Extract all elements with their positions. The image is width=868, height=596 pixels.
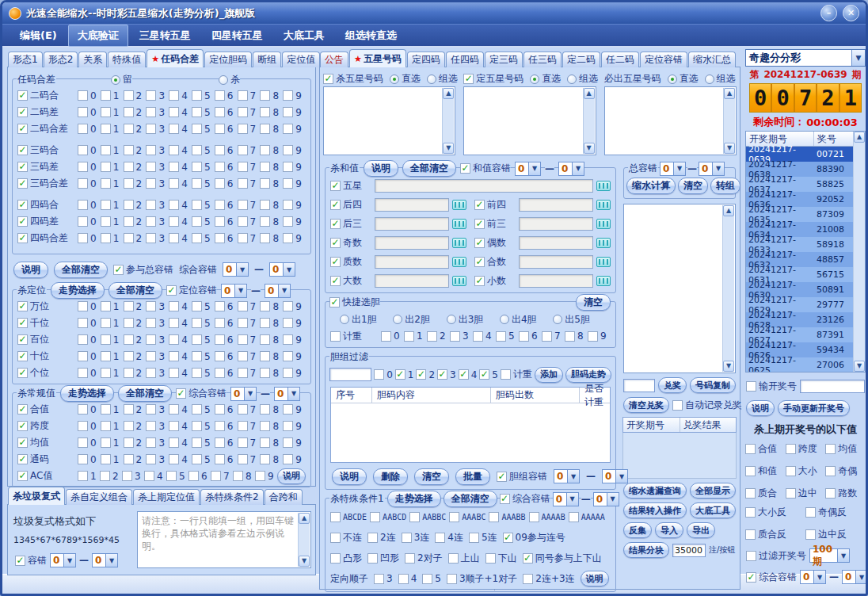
direct-radio[interactable]: 直选 [530,72,561,86]
digit-checkbox[interactable]: 4 [169,301,192,312]
kill-value-checkbox[interactable]: 均值 [825,442,866,456]
scrollbar[interactable]: ▲▼ [298,513,310,567]
digit-checkbox[interactable]: 6 [215,318,238,329]
split-size-input[interactable]: 35000 [672,544,706,557]
digit-checkbox[interactable]: 9 [283,124,306,135]
result-area[interactable]: ▲▼ [623,204,736,373]
row-enable-checkbox[interactable]: ✓四码合 [17,198,78,212]
digit-checkbox[interactable]: 1 [101,124,124,135]
export-button[interactable]: 导出 [687,522,715,538]
digit-checkbox[interactable]: 1 [101,368,124,379]
sum-row-checkbox[interactable]: ✓五星 [330,179,371,193]
consecutive-checkbox[interactable]: 4连 [435,531,463,544]
kill-value-checkbox[interactable]: 跨度 [786,442,826,456]
show-all-button[interactable]: 全部显示 [690,483,736,499]
digit-checkbox[interactable]: 0 [78,368,101,379]
pattern-checkbox[interactable]: AABBC [409,512,446,522]
digit-checkbox[interactable]: 0 [78,200,101,211]
left-bottom-tab-1[interactable]: 杀垃圾复式 [8,487,65,505]
digit-checkbox[interactable]: 8 [260,351,283,362]
mid-tab-2[interactable]: ★五星号码 [349,49,406,67]
weight-checkbox[interactable]: 计重 [330,330,381,343]
digit-checkbox[interactable]: 8 [565,330,588,342]
sum-row-checkbox[interactable]: ✓合数 [474,255,516,269]
direct-radio[interactable]: 直选 [390,72,421,86]
digit-checkbox[interactable]: 5 [192,318,215,329]
pattern-checkbox[interactable]: ABCDE [330,512,367,522]
digit-checkbox[interactable]: 3 [146,454,169,465]
clear-all-button[interactable]: 全部清空 [108,282,162,299]
left-tab-5[interactable]: ★任码合差 [147,49,204,67]
pattern-checkbox[interactable]: AAAAA [569,512,605,522]
digit-checkbox[interactable]: 8 [260,90,283,101]
scroll-up-icon[interactable]: ▲ [299,513,310,524]
digit-checkbox[interactable]: 0 [78,404,101,415]
left-tab-8[interactable]: 定位值 [282,52,320,67]
digit-checkbox[interactable]: 8 [260,421,283,432]
sum-row-checkbox[interactable]: ✓小数 [474,274,516,288]
digit-checkbox[interactable]: 1 [101,178,124,189]
quick-pick-checkbox[interactable]: ✓快捷选胆 [329,296,380,309]
digit-checkbox[interactable]: 3 [146,318,169,329]
digit-checkbox[interactable]: 1 [101,421,124,432]
menu-item-3[interactable]: 三星转五星 [130,25,200,47]
add-button[interactable]: 添加 [535,367,563,383]
tolerance-to-dropdown[interactable]: 0▼ [92,553,118,567]
menu-item-1[interactable]: 编辑(E) [10,25,67,47]
tolerance-from-dropdown[interactable]: 0▼ [553,492,579,506]
digit-checkbox[interactable]: 8 [260,200,283,211]
digit-checkbox[interactable]: 5 [192,301,215,312]
digit-checkbox[interactable]: 3 [146,107,169,118]
consecutive-checkbox[interactable]: 不连 [330,531,362,544]
kill-value-checkbox[interactable]: 奇偶 [825,464,866,478]
left-tab-1[interactable]: 形态1 [8,52,43,67]
clear-all-button[interactable]: 全部清空 [444,491,497,507]
digit-checkbox[interactable]: 6 [215,454,238,465]
digit-checkbox[interactable]: 3 [146,368,169,379]
redeem-button[interactable]: 兑奖 [658,377,687,393]
sum-row-checkbox[interactable]: ✓质数 [330,255,371,269]
digit-checkbox[interactable]: 5 [192,216,215,227]
digit-checkbox[interactable]: 7 [238,233,261,244]
group-radio[interactable]: 组选 [427,72,458,86]
clear-all-button[interactable]: 全部清空 [54,262,108,278]
digit-checkbox[interactable]: 2 [124,454,147,465]
scroll-down-icon[interactable]: ▼ [854,361,865,372]
scrollbar[interactable]: ▲▼ [853,132,865,372]
position-tolerance-checkbox[interactable]: ✓定位容错 [166,284,217,297]
digit-checkbox[interactable]: 8 [260,404,283,415]
digit-checkbox[interactable]: 5 [192,162,215,173]
keyboard-icon[interactable] [596,276,611,286]
digit-checkbox[interactable]: 5 [192,233,215,244]
menu-item-5[interactable]: 大底工具 [274,25,334,47]
input-draw-checkbox[interactable]: 输开奖号 [746,380,797,393]
dan-trend-button[interactable]: 胆码走势 [565,367,611,383]
draw-row[interactable]: 20241217-062527006 [746,357,853,372]
copy-numbers-button[interactable]: 号码复制 [690,377,736,393]
digit-checkbox[interactable]: 6 [215,162,238,173]
tolerance-from-dropdown[interactable]: 0▼ [660,162,686,176]
weight-checkbox[interactable]: 计重 [501,368,532,381]
dan-tolerance-checkbox[interactable]: ✓胆组容错 [497,470,547,483]
digit-checkbox[interactable]: 6 [215,421,238,432]
digit-checkbox[interactable]: 8 [260,107,283,118]
digit-checkbox[interactable]: 2 [124,90,147,101]
digit-checkbox[interactable]: 6 [215,404,238,415]
row-enable-checkbox[interactable]: ✓万位 [17,300,78,313]
tolerance-from-dropdown[interactable]: 0▼ [554,469,580,483]
kill-value-checkbox[interactable]: 边中 [786,487,826,500]
direct-radio[interactable]: 直选 [668,72,699,86]
digit-checkbox[interactable]: 8 [260,124,283,135]
digit-checkbox[interactable]: 1 [101,162,124,173]
scroll-up-icon[interactable]: ▲ [584,88,595,99]
digit-checkbox[interactable]: 3 [146,421,169,432]
menu-item-4[interactable]: 四星转五星 [202,25,272,47]
scroll-down-icon[interactable]: ▼ [584,143,595,154]
digit-checkbox[interactable]: 0 [78,233,101,244]
menu-item-2[interactable]: 大底验证 [68,25,128,47]
digit-checkbox[interactable]: 8 [260,162,283,173]
digit-checkbox[interactable]: 1 [101,216,124,227]
digit-checkbox[interactable]: 0 [78,334,101,346]
clear-all-button[interactable]: 全部清空 [118,385,172,402]
junk-input-area[interactable]: 请注意：一行只能填一组，用回车键换行，具体格式请参看左边示例说明。▲▼ [137,511,311,568]
